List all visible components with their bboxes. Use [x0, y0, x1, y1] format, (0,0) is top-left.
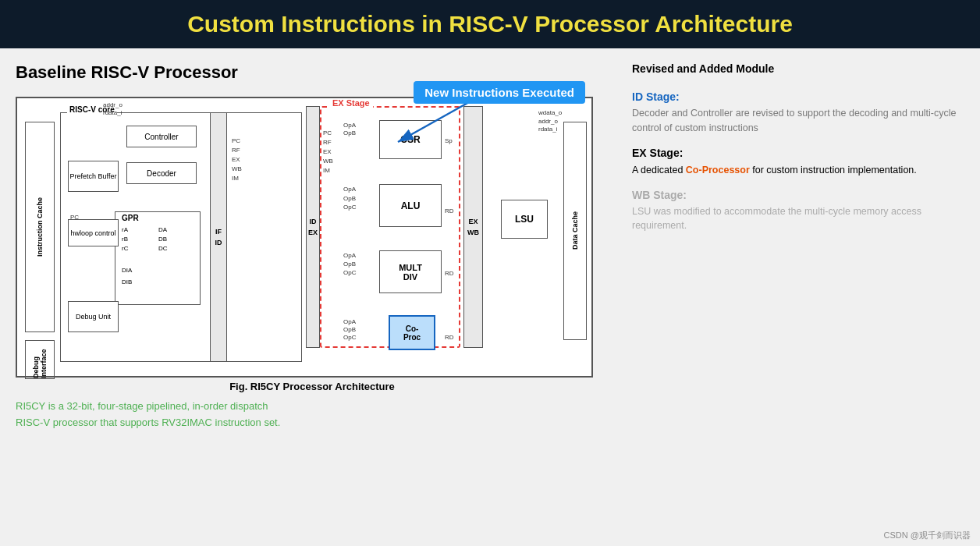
- diagram-wrapper: New Instructions Executed Instruc: [16, 89, 609, 538]
- opa-alu: OpA: [343, 186, 356, 193]
- wdata-o-label: wdata_o: [538, 109, 562, 116]
- opc-md: OpC: [343, 269, 356, 276]
- hwloop-label: hwloop control: [70, 229, 115, 237]
- right-panel: Revised and Added Module ID Stage: Decod…: [624, 62, 964, 538]
- ex-stage-label: EX Stage: [329, 98, 373, 108]
- instruction-cache-label: Instruction Cache: [36, 197, 44, 257]
- main-container: Custom Instructions in RISC-V Processor …: [0, 0, 980, 546]
- opb-csr: OpB: [343, 129, 356, 136]
- sig-ex: EX: [232, 156, 240, 163]
- page-title: Custom Instructions in RISC-V Processor …: [16, 11, 964, 37]
- id-ex-ex: EX: [308, 229, 318, 236]
- opa-md: OpA: [343, 252, 356, 259]
- wb-stage-title: WB Stage:: [632, 189, 964, 201]
- opa-cp: OpA: [343, 318, 356, 325]
- gpr-dia: DIA: [122, 267, 132, 274]
- gpr-block: GPR rA rB rC DA DB DC DIA DIB: [115, 211, 201, 305]
- sig2-pc: PC: [323, 129, 332, 136]
- ex-wb-ex: EX: [468, 218, 478, 225]
- rd-cp: RD: [445, 334, 454, 341]
- hwloop-control-block: hwloop control: [68, 219, 119, 246]
- pc-hwloop-label: PC: [70, 214, 79, 221]
- instruction-cache-block: Instruction Cache: [25, 122, 55, 332]
- sig-wb: WB: [232, 165, 242, 172]
- bottom-text: RI5CY is a 32-bit, four-stage pipelined,…: [16, 399, 609, 431]
- new-instructions-badge: New Instructions Executed: [414, 81, 585, 104]
- watermark: CSDN @观千剑而识器: [884, 530, 971, 541]
- decoder-block: Decoder: [126, 162, 197, 184]
- sig-pc: PC: [232, 137, 240, 144]
- debug-interface-block: Debug Interface: [25, 340, 55, 379]
- debug-interface-label: Debug Interface: [32, 341, 48, 378]
- revised-module-title: Revised and Added Module: [632, 62, 964, 75]
- rdata-i-bot-label: rdata_i: [538, 126, 557, 133]
- opc-alu: OpC: [343, 204, 356, 211]
- opc-cp: OpC: [343, 334, 356, 341]
- if-label: IF: [215, 228, 222, 236]
- id-stage-text: Decoder and Controller are revised to su…: [632, 106, 964, 136]
- ex-stage-before: A dedicated: [632, 165, 686, 176]
- sig2-ex: EX: [323, 148, 332, 155]
- data-cache-block: Data Cache: [563, 122, 587, 340]
- fig-caption: Fig. RI5CY Processor Architecture: [16, 381, 609, 392]
- ex-stage-right-text: A dedicated Co-Processor for custom inst…: [632, 162, 964, 178]
- opb-md: OpB: [343, 261, 356, 268]
- opb-alu: OpB: [343, 195, 356, 202]
- prefetch-buffer-block: Prefetch Buffer: [68, 161, 119, 192]
- co-processor-highlight: Co-Processor: [686, 165, 750, 176]
- left-panel: Baseline RISC-V Processor New Instructio…: [16, 62, 609, 538]
- bottom-text-line1: RI5CY is a 32-bit, four-stage pipelined,…: [16, 400, 268, 412]
- gpr-rc: rC: [122, 245, 128, 252]
- coproc-label: Co-Proc: [403, 324, 421, 342]
- sig-im: IM: [232, 175, 239, 182]
- ex-wb-wb: WB: [467, 229, 479, 236]
- multdiv-block: MULTDIV: [379, 250, 442, 293]
- addr-o-bot-label: addr_o: [538, 118, 558, 125]
- gpr-db: DB: [158, 236, 167, 243]
- id-ex-id: ID: [310, 218, 317, 225]
- title-bar: Custom Instructions in RISC-V Processor …: [0, 0, 980, 48]
- ex-stage-after: for custom instruction implementation.: [750, 165, 917, 176]
- multdiv-label: MULTDIV: [399, 263, 422, 282]
- bottom-text-line2: RISC-V processor that supports RV32IMAC …: [16, 417, 280, 428]
- sig2-im: IM: [323, 167, 330, 174]
- controller-block: Controller: [126, 126, 197, 147]
- gpr-dc: DC: [158, 245, 168, 252]
- ex-stage-right-title: EX Stage:: [632, 147, 964, 159]
- sig2-rf: RF: [323, 139, 332, 146]
- gpr-rb: rB: [122, 236, 128, 243]
- csr-block: CSR: [379, 120, 442, 159]
- addr-o-top-label: addr_o: [103, 101, 123, 108]
- rd-md: RD: [445, 270, 454, 277]
- processor-diagram: Instruction Cache Debug Interface RISC-V…: [16, 97, 593, 378]
- wb-stage-text-content: LSU was modified to accommodate the mult…: [632, 206, 921, 232]
- opb-cp: OpB: [343, 326, 356, 333]
- debug-unit-label: Debug Unit: [76, 313, 111, 321]
- debug-unit-block: Debug Unit: [68, 301, 119, 332]
- ex-wb-stage-block: EX WB: [463, 106, 483, 348]
- opa-csr: OpA: [343, 122, 356, 129]
- lsu-block: LSU: [501, 200, 548, 239]
- rdata-i-top-label: rdata_i: [103, 109, 122, 116]
- if-id-stage-block: IF ID: [210, 112, 227, 362]
- id-stage-title: ID Stage:: [632, 90, 964, 103]
- baseline-title: Baseline RISC-V Processor: [16, 62, 609, 83]
- sig2-wb: WB: [323, 158, 333, 165]
- wb-stage-text: LSU was modified to accommodate the mult…: [632, 204, 964, 234]
- sig-rf: RF: [232, 147, 240, 154]
- rd-csr: Sp: [445, 137, 453, 144]
- id-ex-stage-block: ID EX: [306, 106, 320, 348]
- alu-block: ALU: [379, 184, 442, 227]
- gpr-dib: DIB: [122, 278, 132, 285]
- prefetch-label: Prefetch Buffer: [70, 172, 117, 180]
- content-area: Baseline RISC-V Processor New Instructio…: [0, 48, 980, 546]
- id-stage-text-content: Decoder and Controller are revised to su…: [632, 108, 957, 133]
- coproc-block: Co-Proc: [389, 315, 435, 350]
- gpr-da: DA: [158, 226, 167, 233]
- rd-alu: RD: [445, 207, 454, 214]
- gpr-label: GPR: [122, 214, 139, 222]
- gpr-ra: rA: [122, 226, 128, 233]
- data-cache-label: Data Cache: [571, 211, 579, 250]
- id-label: ID: [215, 239, 222, 246]
